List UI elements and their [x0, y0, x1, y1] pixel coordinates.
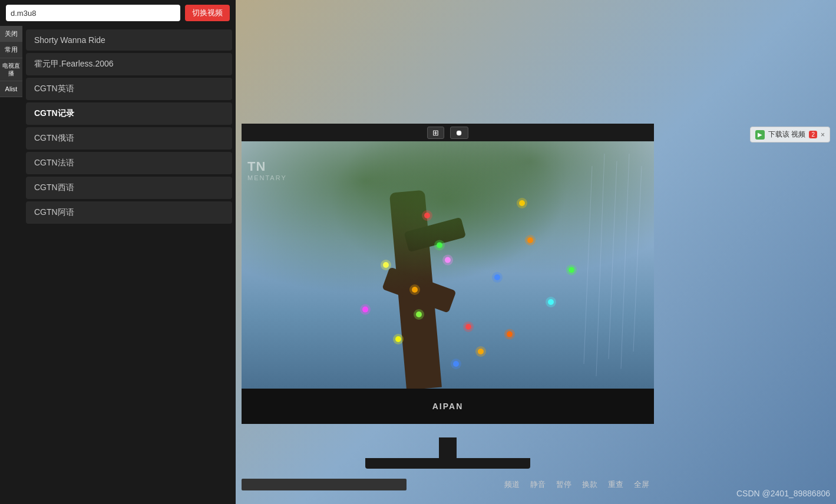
video-frame: TN MENTARY — [242, 141, 654, 389]
nav-tab-close[interactable]: 关闭 — [0, 26, 22, 42]
watermark-tn: TN — [247, 159, 266, 174]
tv-stand-container — [242, 437, 654, 469]
nav-tab-alist[interactable]: Alist — [0, 81, 22, 97]
attribution: CSDN @2401_89886806 — [736, 489, 830, 498]
playlist-item-7[interactable]: CGTN西语 — [26, 177, 232, 199]
download-badge: 2 — [809, 131, 817, 138]
switch-mode-button[interactable]: 换款 — [577, 477, 602, 492]
playlist-item-4[interactable]: CGTN记录 — [26, 102, 232, 125]
screenshot-button[interactable]: 重查 — [603, 477, 628, 492]
download-overlay[interactable]: ▶ 下载该 视频 2 × — [750, 127, 830, 142]
video-player: ⊞ ⏺ — [242, 124, 654, 424]
pause-button[interactable]: 暂停 — [551, 477, 576, 492]
playlist-item-5[interactable]: CGTN俄语 — [26, 127, 232, 150]
player-top-controls: ⊞ ⏺ — [242, 124, 654, 141]
sidebar: 切换视频 关闭 常用 电视直播 Alist Shorty Wanna Ride … — [0, 0, 236, 504]
nav-tab-tv[interactable]: 电视直播 — [0, 58, 22, 81]
video-content: TN MENTARY — [242, 141, 654, 389]
player-inner: ⊞ ⏺ — [242, 124, 654, 424]
top-bar: 切换视频 — [0, 0, 236, 26]
download-close-icon[interactable]: × — [821, 131, 825, 139]
playlist-item-1[interactable]: Shorty Wanna Ride — [26, 29, 232, 51]
url-input[interactable] — [6, 5, 180, 21]
control-buttons: 频道 静音 暂停 换款 重查 全屏 — [500, 477, 654, 492]
window-mode-button[interactable]: ⊞ — [427, 127, 444, 139]
nav-tab-common[interactable]: 常用 — [0, 42, 22, 58]
watermark-sub: MENTARY — [247, 174, 287, 181]
tv-base — [365, 458, 530, 469]
playlist: Shorty Wanna Ride 霍元甲.Fearless.2006 CGTN… — [22, 26, 236, 504]
window-icon: ⊞ — [432, 128, 439, 137]
mute-button[interactable]: 静音 — [526, 477, 550, 492]
screen-record-button[interactable]: ⏺ — [450, 127, 468, 139]
playback-controls: 频道 静音 暂停 换款 重查 全屏 — [242, 477, 654, 492]
playlist-item-6[interactable]: CGTN法语 — [26, 152, 232, 174]
record-icon: ⏺ — [455, 128, 463, 137]
download-play-icon: ▶ — [755, 130, 765, 140]
side-nav: 关闭 常用 电视直播 Alist — [0, 26, 22, 97]
foliage — [242, 141, 654, 339]
progress-bar[interactable] — [242, 479, 407, 490]
frequency-button[interactable]: 频道 — [500, 477, 524, 492]
playlist-item-2[interactable]: 霍元甲.Fearless.2006 — [26, 53, 232, 75]
fullscreen-button[interactable]: 全屏 — [629, 477, 654, 492]
playlist-item-8[interactable]: CGTN阿语 — [26, 201, 232, 224]
switch-video-button[interactable]: 切换视频 — [185, 5, 230, 21]
aipan-brand: AIPAN — [432, 402, 464, 411]
main-content: ▶ 下载该 视频 2 × ⊞ ⏺ — [236, 0, 836, 504]
player-bottom: AIPAN — [242, 389, 654, 424]
playlist-item-3[interactable]: CGTN英语 — [26, 78, 232, 100]
download-label: 下载该 视频 — [768, 130, 805, 140]
tv-neck — [439, 437, 457, 458]
